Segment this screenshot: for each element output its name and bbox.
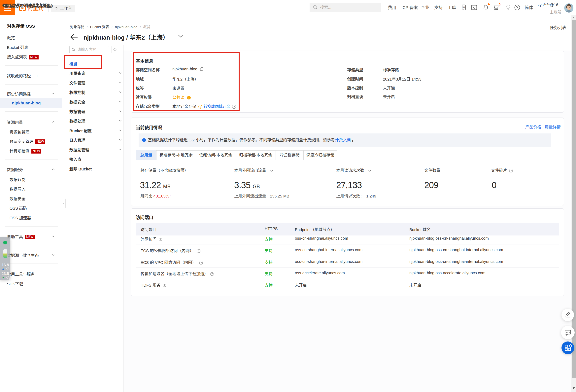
svg-text:APP: APP bbox=[462, 6, 466, 8]
